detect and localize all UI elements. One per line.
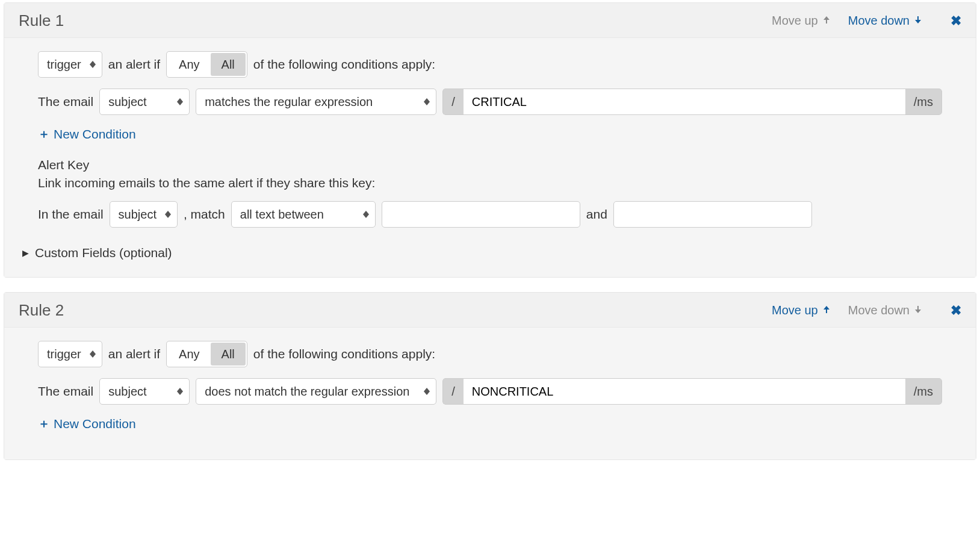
updown-caret-icon <box>165 211 171 218</box>
move-down-label: Move down <box>848 14 910 28</box>
regex-delim-open: / <box>442 378 464 405</box>
close-icon: ✖ <box>951 303 961 318</box>
alert-key-match-label: , match <box>184 207 225 222</box>
rule-card: Rule 2 Move up Move down ✖ trigger <box>4 292 976 460</box>
alert-key-field-select[interactable]: subject <box>110 201 178 228</box>
plus-icon: ＋ <box>38 126 50 142</box>
new-condition-button[interactable]: ＋ New Condition <box>38 126 136 142</box>
any-all-toggle: Any All <box>166 51 247 78</box>
plus-icon: ＋ <box>38 415 50 432</box>
condition-field-select[interactable]: subject <box>99 89 190 115</box>
move-up-button[interactable]: Move up <box>772 14 831 28</box>
move-down-button[interactable]: Move down <box>848 14 923 28</box>
updown-caret-icon <box>424 388 430 395</box>
updown-caret-icon <box>90 350 96 358</box>
text-an-alert-if: an alert if <box>108 57 160 72</box>
rule-header: Rule 1 Move up Move down ✖ <box>4 3 976 38</box>
trigger-action-value: trigger <box>47 58 81 72</box>
any-toggle-button[interactable]: Any <box>168 53 210 76</box>
alert-key-operator-value: all text between <box>240 208 324 222</box>
rule-body: trigger an alert if Any All of the follo… <box>4 38 976 277</box>
rule-card: Rule 1 Move up Move down ✖ trigger <box>4 2 976 278</box>
rule-header: Rule 2 Move up Move down ✖ <box>4 293 976 328</box>
condition-prefix: The email <box>38 95 93 109</box>
move-up-label: Move up <box>772 303 818 317</box>
alert-key-field-value: subject <box>119 208 157 222</box>
delete-rule-button[interactable]: ✖ <box>951 13 961 29</box>
regex-value-input[interactable] <box>464 378 905 405</box>
custom-fields-disclosure[interactable]: ▶ Custom Fields (optional) <box>22 246 942 260</box>
alert-key-heading: Alert Key <box>38 158 942 172</box>
arrow-up-icon <box>822 303 831 317</box>
alert-key-row: In the email subject , match all text be… <box>38 201 942 228</box>
regex-delim-open: / <box>442 89 464 115</box>
move-down-label: Move down <box>848 303 910 317</box>
disclosure-triangle-icon: ▶ <box>22 248 29 258</box>
delete-rule-button[interactable]: ✖ <box>951 303 961 319</box>
new-condition-label: New Condition <box>54 417 136 431</box>
updown-caret-icon <box>363 211 369 218</box>
trigger-action-value: trigger <box>47 347 81 361</box>
regex-value-input[interactable] <box>464 89 905 115</box>
any-all-toggle: Any All <box>166 341 247 367</box>
arrow-down-icon <box>913 14 923 28</box>
new-condition-label: New Condition <box>54 127 136 142</box>
move-up-button[interactable]: Move up <box>772 303 831 317</box>
all-toggle-button[interactable]: All <box>211 53 246 76</box>
new-condition-row: ＋ New Condition <box>38 126 942 142</box>
condition-field-value: subject <box>108 95 146 109</box>
alert-key-description: Link incoming emails to the same alert i… <box>38 176 942 190</box>
close-icon: ✖ <box>951 13 961 28</box>
trigger-row: trigger an alert if Any All of the follo… <box>38 51 942 78</box>
move-up-label: Move up <box>772 14 818 28</box>
regex-delim-close: /ms <box>905 378 942 405</box>
rule-title: Rule 2 <box>19 301 755 320</box>
condition-prefix: The email <box>38 384 93 399</box>
new-condition-button[interactable]: ＋ New Condition <box>38 415 136 432</box>
move-down-button[interactable]: Move down <box>848 303 923 317</box>
trigger-row: trigger an alert if Any All of the follo… <box>38 341 942 367</box>
condition-field-select[interactable]: subject <box>99 378 190 405</box>
regex-input-group: / /ms <box>442 89 942 115</box>
condition-row: The email subject does not match the reg… <box>38 378 942 405</box>
alert-key-prefix: In the email <box>38 207 104 222</box>
arrow-down-icon <box>913 303 923 317</box>
condition-field-value: subject <box>108 385 146 399</box>
condition-row: The email subject matches the regular ex… <box>38 89 942 115</box>
updown-caret-icon <box>424 98 430 105</box>
alert-key-value-1-input[interactable] <box>382 201 580 228</box>
rule-body: trigger an alert if Any All of the follo… <box>4 328 976 459</box>
text-following-conditions: of the following conditions apply: <box>253 347 435 361</box>
regex-delim-close: /ms <box>905 89 942 115</box>
arrow-up-icon <box>822 14 831 28</box>
any-toggle-button[interactable]: Any <box>168 343 210 366</box>
custom-fields-label: Custom Fields (optional) <box>35 246 172 260</box>
updown-caret-icon <box>90 61 96 68</box>
trigger-action-select[interactable]: trigger <box>38 341 102 367</box>
text-following-conditions: of the following conditions apply: <box>253 57 435 72</box>
all-toggle-button[interactable]: All <box>211 343 246 366</box>
alert-key-and-label: and <box>586 207 607 222</box>
updown-caret-icon <box>177 388 183 395</box>
regex-input-group: / /ms <box>442 378 942 405</box>
new-condition-row: ＋ New Condition <box>38 415 942 432</box>
updown-caret-icon <box>177 98 183 105</box>
alert-key-value-2-input[interactable] <box>613 201 812 228</box>
condition-operator-value: does not match the regular expression <box>205 385 409 399</box>
alert-key-operator-select[interactable]: all text between <box>231 201 376 228</box>
text-an-alert-if: an alert if <box>108 347 160 361</box>
rule-title: Rule 1 <box>19 11 755 30</box>
condition-operator-value: matches the regular expression <box>205 95 373 109</box>
condition-operator-select[interactable]: does not match the regular expression <box>196 378 436 405</box>
condition-operator-select[interactable]: matches the regular expression <box>196 89 436 115</box>
trigger-action-select[interactable]: trigger <box>38 51 102 78</box>
